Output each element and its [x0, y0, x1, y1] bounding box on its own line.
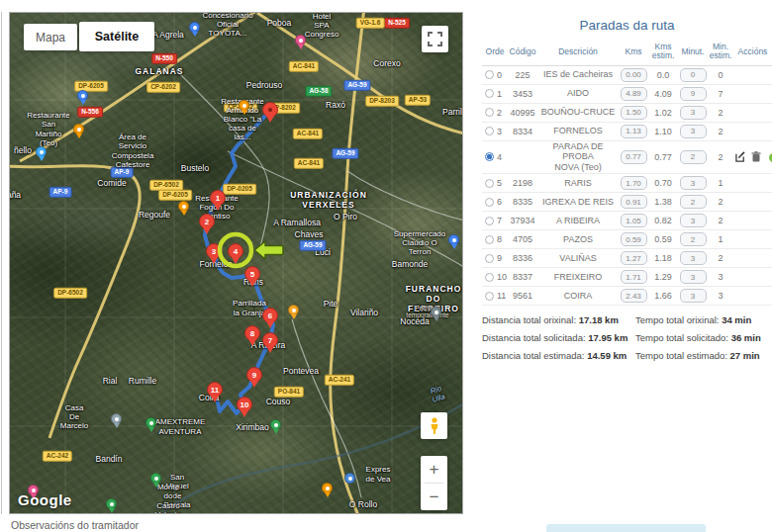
- kms-input[interactable]: [621, 251, 647, 265]
- xirimbao-marker[interactable]: [270, 419, 281, 430]
- summary-row: Distancia total estimada: 14.59 kmTempo …: [482, 350, 772, 361]
- codigo-cell: 225: [508, 70, 537, 80]
- stop-pin-6[interactable]: 6: [262, 308, 278, 323]
- orde-cell: 7: [482, 216, 508, 225]
- minut-input[interactable]: [680, 125, 707, 138]
- descricion-cell: IGREXA DE REIS: [537, 197, 619, 208]
- descricion-cell: FREIXEIRO: [537, 272, 619, 283]
- stop-pin-5[interactable]: 5: [244, 266, 260, 282]
- minut-input[interactable]: [680, 195, 707, 209]
- ameneiro-marker[interactable]: [77, 90, 88, 101]
- restaurant-armando-marker[interactable]: [239, 100, 249, 111]
- partial-bottom-button[interactable]: [546, 524, 706, 532]
- stop-pin-1[interactable]: 1: [210, 190, 226, 206]
- fullscreen-button[interactable]: [422, 26, 448, 52]
- stop-radio[interactable]: [485, 127, 494, 135]
- satellite-type-button[interactable]: Satélite: [79, 22, 154, 51]
- road-badge: N-550: [151, 53, 177, 64]
- hotel-spa-marker[interactable]: [295, 35, 306, 45]
- casa-marcelo-marker[interactable]: [111, 413, 122, 424]
- minut-input[interactable]: [680, 150, 707, 164]
- kms-input[interactable]: [621, 150, 647, 164]
- stop-pin-9[interactable]: 9: [246, 367, 262, 383]
- zoom-in-button[interactable]: +: [421, 456, 447, 483]
- kms-estim-cell: 0.82: [648, 216, 678, 225]
- stop-radio[interactable]: [485, 89, 494, 98]
- nello-marker[interactable]: [36, 146, 47, 157]
- google-map[interactable]: PoboaHotel SPA CongresoA AgrelaConcesion…: [9, 12, 463, 514]
- orde-number: 3: [497, 127, 502, 136]
- zoom-out-button[interactable]: −: [421, 484, 447, 510]
- stop-pin-2[interactable]: 2: [199, 214, 215, 229]
- stop-pin-4[interactable]: 4: [228, 243, 243, 259]
- table-row: 38334FORNELOS1.102: [482, 123, 772, 141]
- orde-cell: 1: [482, 89, 508, 99]
- expres-de-vea-marker[interactable]: [344, 473, 355, 484]
- road-badge: AC-841: [289, 61, 319, 72]
- minut-input[interactable]: [680, 270, 707, 284]
- road-badge: PO-841: [274, 387, 304, 398]
- kms-input[interactable]: [621, 176, 647, 190]
- souto-marker[interactable]: [322, 483, 333, 493]
- minut-input[interactable]: [680, 214, 707, 227]
- stop-radio[interactable]: [485, 152, 494, 161]
- minut-input[interactable]: [680, 232, 707, 246]
- kms-input[interactable]: [621, 232, 647, 246]
- stop-pin-3[interactable]: 3: [206, 243, 222, 259]
- stop-radio[interactable]: [485, 108, 494, 117]
- orde-cell: 9: [482, 253, 508, 263]
- monte-castro-marker[interactable]: [106, 498, 117, 509]
- table-row: 68335IGREXA DE REIS1.382: [482, 193, 772, 212]
- min-estim-cell: 2: [708, 108, 733, 118]
- stop-radio[interactable]: [485, 254, 494, 263]
- orde-number: 8: [497, 234, 502, 244]
- minut-input[interactable]: [680, 176, 707, 190]
- delete-icon[interactable]: [750, 151, 761, 162]
- amextreme-marker[interactable]: [145, 417, 156, 428]
- stop-radio[interactable]: [485, 198, 494, 207]
- pegman-icon: [429, 417, 440, 435]
- time-summary: Tempo total orixinal: 34 min: [635, 314, 772, 325]
- stop-radio[interactable]: [485, 179, 494, 188]
- kms-input[interactable]: [621, 125, 647, 138]
- kms-input[interactable]: [621, 68, 647, 82]
- san-miguel-marker[interactable]: [150, 473, 161, 484]
- kms-input[interactable]: [621, 106, 647, 120]
- kms-input[interactable]: [621, 214, 647, 227]
- stop-radio[interactable]: [485, 70, 494, 79]
- stop-radio[interactable]: [485, 273, 494, 282]
- orde-cell: 0: [482, 70, 508, 80]
- kms-input[interactable]: [621, 195, 647, 209]
- parrillada-granja-marker[interactable]: [288, 305, 299, 315]
- map-type-button[interactable]: Mapa: [24, 24, 77, 50]
- supermercado-marker[interactable]: [448, 234, 459, 245]
- stop-pin-10[interactable]: 10: [237, 397, 252, 412]
- edit-icon[interactable]: [735, 151, 746, 162]
- descricion-cell: A RIBEIRA: [537, 216, 619, 226]
- minut-input[interactable]: [680, 106, 707, 120]
- noceda-restaurant-marker[interactable]: [431, 307, 441, 317]
- stop-pin-8[interactable]: 8: [244, 325, 260, 341]
- kms-input[interactable]: [621, 289, 647, 303]
- stop-radio[interactable]: [485, 217, 494, 225]
- minut-input[interactable]: [680, 251, 707, 265]
- kms-estim-cell: 0.59: [648, 234, 678, 244]
- kms-input[interactable]: [621, 270, 647, 284]
- min-estim-cell: 3: [708, 291, 733, 301]
- minut-input[interactable]: [680, 289, 707, 303]
- minut-input[interactable]: [680, 68, 707, 82]
- descricion-cell: RARIS: [537, 178, 619, 189]
- pegman-button[interactable]: [421, 412, 447, 439]
- toyota-dealer-marker[interactable]: [189, 22, 200, 33]
- stop-pin-7[interactable]: 7: [262, 332, 278, 348]
- stop-pin-0[interactable]: [262, 102, 278, 118]
- restaurant-san-martino-marker[interactable]: [73, 124, 84, 134]
- kms-input[interactable]: [621, 87, 647, 101]
- road-path: [10, 166, 140, 438]
- stop-radio[interactable]: [485, 235, 494, 244]
- road-badge: AC-242: [43, 451, 72, 462]
- minut-input[interactable]: [680, 87, 707, 101]
- restaurant-fogon-marker[interactable]: [178, 201, 189, 212]
- stop-radio[interactable]: [485, 292, 494, 301]
- stop-pin-11[interactable]: 11: [207, 382, 223, 398]
